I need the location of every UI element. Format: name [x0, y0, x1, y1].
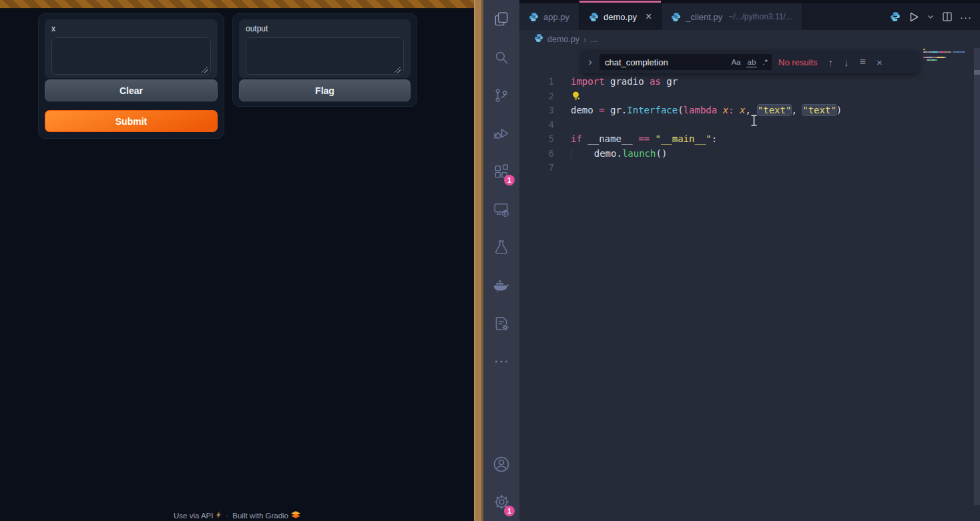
output-group: output Flag [232, 13, 417, 107]
code-token: lambda [684, 105, 718, 115]
more-actions-icon[interactable]: ··· [960, 11, 972, 23]
remote-explorer-icon[interactable] [483, 190, 519, 228]
code-line[interactable]: 2 [519, 89, 980, 104]
input-label: x [51, 24, 211, 33]
code-token: import [571, 76, 605, 87]
code-token: = [599, 105, 610, 115]
line-number: 1 [519, 75, 554, 89]
vertical-scrollbar[interactable] [974, 48, 980, 505]
use-via-api-link[interactable]: Use via API [174, 511, 222, 520]
code-token: x [723, 105, 728, 115]
input-x-textarea[interactable] [51, 37, 211, 75]
code-token [717, 105, 722, 115]
input-group: x Clear Submit [38, 13, 224, 139]
code-token: () [656, 148, 667, 159]
accounts-icon[interactable] [483, 445, 519, 483]
gradio-logo-icon [291, 511, 300, 520]
source-control-icon[interactable] [483, 76, 519, 114]
toggle-replace-icon[interactable]: › [586, 55, 594, 69]
code-token: : [712, 133, 717, 144]
explorer-icon[interactable] [483, 0, 519, 38]
split-editor-icon[interactable] [941, 11, 953, 23]
vscode-window: 1 1 [483, 0, 980, 521]
tab-_client.py[interactable]: _client.py~/.../python3.11/... [662, 3, 802, 30]
docker-icon[interactable] [483, 266, 519, 304]
built-with-gradio-label: Built with Gradio [232, 512, 288, 520]
chevron-right-icon: › [583, 34, 587, 45]
breadcrumb-more[interactable]: ... [591, 35, 597, 44]
extensions-icon[interactable]: 1 [483, 152, 519, 190]
flag-button[interactable]: Flag [239, 79, 411, 101]
code-line[interactable]: 3demo = gr.Interface(lambda x: x,"text",… [519, 103, 980, 118]
run-and-debug-icon[interactable] [483, 114, 519, 152]
code-token [571, 148, 594, 159]
code-line[interactable]: 4 [519, 118, 980, 133]
tab-label: app.py [543, 12, 569, 22]
tab-label: _client.py [686, 12, 722, 22]
find-next-icon[interactable]: ↓ [844, 57, 849, 68]
clear-button[interactable]: Clear [45, 79, 218, 101]
tab-strip: app.pydemo.py×_client.py~/.../python3.11… [519, 3, 802, 30]
tab-label: demo.py [603, 12, 637, 22]
run-python-file-icon[interactable] [907, 11, 920, 23]
more-views-icon[interactable] [483, 342, 519, 380]
run-dropdown-chevron-icon[interactable] [927, 13, 935, 21]
whole-word-icon[interactable]: ab [746, 57, 758, 67]
settings-gear-icon[interactable]: 1 [483, 483, 519, 521]
breadcrumb[interactable]: demo.py › ... [519, 30, 980, 48]
pane-divider[interactable] [474, 0, 483, 521]
code-token: if [571, 133, 582, 144]
line-number: 2 [519, 89, 554, 104]
python-icon [534, 33, 543, 45]
code-token: gr [661, 76, 678, 87]
editor-group: app.pydemo.py×_client.py~/.../python3.11… [519, 0, 980, 521]
find-previous-icon[interactable]: ↑ [828, 57, 834, 68]
code-token: gradio [605, 76, 650, 87]
code-editor[interactable]: › chat_completion Aa ab .* No results ↑ … [519, 48, 980, 521]
code-line[interactable]: 5if __name__ == "__main__": [519, 132, 980, 147]
output-textarea[interactable] [246, 37, 404, 75]
tab-app.py[interactable]: app.py [519, 3, 579, 30]
regex-icon[interactable]: .* [761, 57, 769, 67]
code-token: demo [571, 105, 599, 115]
code-token: ( [678, 105, 683, 115]
breadcrumb-file[interactable]: demo.py [547, 35, 579, 44]
code-token: Interface [627, 105, 678, 115]
code-token: == [638, 133, 650, 144]
match-case-icon[interactable]: Aa [730, 57, 742, 67]
footer-separator: · [226, 512, 228, 520]
python-icon [529, 12, 539, 22]
gradio-app: x Clear Submit output Flag Use via API [0, 0, 474, 521]
find-input[interactable]: chat_completion Aa ab .* [599, 54, 772, 70]
code-token: "text" [802, 105, 836, 115]
editor-actions: ··· [882, 3, 980, 30]
code-line[interactable]: 6 demo.launch() [519, 147, 980, 161]
search-icon[interactable] [483, 38, 519, 76]
testing-beaker-icon[interactable] [483, 228, 519, 266]
line-number: 6 [519, 147, 554, 161]
built-with-gradio-link[interactable]: Built with Gradio [232, 511, 300, 520]
settings-badge: 1 [504, 506, 515, 516]
line-number: 7 [519, 161, 554, 175]
code-token: , [745, 105, 750, 115]
python-icon [671, 12, 681, 22]
submit-button[interactable]: Submit [45, 110, 218, 132]
tab-description: ~/.../python3.11/... [728, 12, 792, 21]
output-panel: output [239, 19, 411, 78]
find-widget: › chat_completion Aa ab .* No results ↑ … [582, 51, 918, 73]
code-token: "__main__" [655, 133, 711, 144]
code-line[interactable]: 1import gradio as gr [519, 75, 980, 89]
tab-demo.py[interactable]: demo.py× [579, 3, 662, 30]
notebooks-gear-icon[interactable] [483, 304, 519, 342]
code-line[interactable]: 7 [519, 161, 980, 175]
close-icon[interactable]: × [877, 57, 883, 68]
input-panel: x [45, 19, 218, 78]
lightbulb-sparkle-icon[interactable] [571, 91, 581, 101]
find-in-selection-icon[interactable]: ≡ [860, 56, 866, 68]
close-icon[interactable]: × [646, 11, 652, 22]
minimap[interactable] [923, 48, 965, 65]
find-status: No results [778, 57, 818, 67]
code-token: __name__ [582, 133, 638, 144]
code-token: , [791, 105, 802, 115]
output-label: output [246, 24, 404, 33]
